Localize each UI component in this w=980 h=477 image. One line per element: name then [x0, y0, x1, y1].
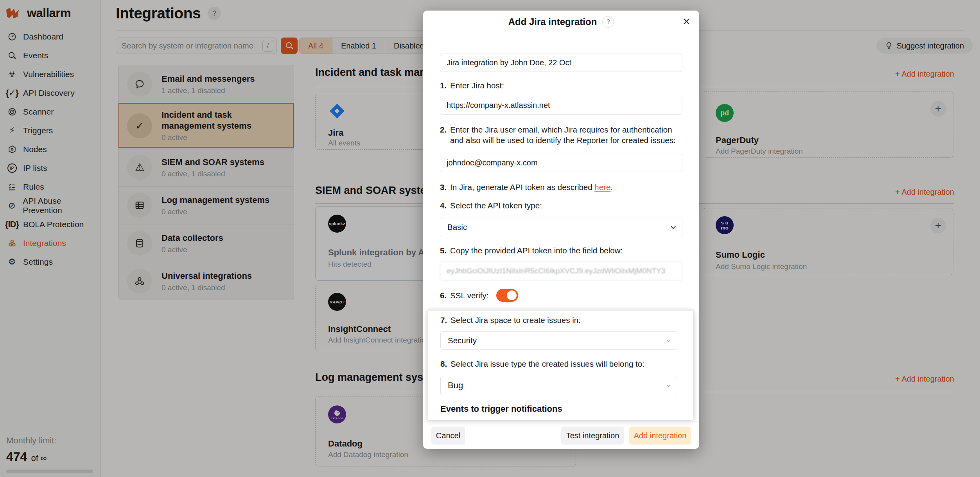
integration-name-input[interactable]	[440, 54, 682, 72]
step2-label: 2. Enter the Jira user email, which Jira…	[440, 124, 686, 145]
chevron-down-icon	[667, 383, 671, 387]
ssl-verify-row: 6. SSL verify:	[440, 289, 518, 302]
modal-header: Add Jira integration ?	[423, 11, 699, 33]
here-link[interactable]: here	[594, 183, 610, 192]
step7-label: 7. Select Jira space to create issues in…	[440, 315, 679, 325]
api-token-type-select[interactable]: Basic	[440, 217, 682, 237]
chevron-down-icon	[671, 224, 676, 229]
modal-footer: Cancel Test integration Add integration	[423, 421, 699, 449]
chevron-down-icon	[667, 338, 671, 342]
events-heading: Events to trigger notifications	[440, 404, 562, 414]
step5-label: 5. Copy the provided API token into the …	[440, 245, 686, 256]
add-jira-integration-modal: Add Jira integration ? ✕ 1. Enter Jira h…	[423, 11, 699, 449]
ssl-verify-toggle[interactable]	[496, 289, 518, 302]
modal-help-icon[interactable]: ?	[602, 16, 614, 28]
api-token-input[interactable]	[440, 261, 682, 281]
step4-label: 4. Select the API token type:	[440, 200, 686, 211]
add-integration-button[interactable]: Add integration	[629, 427, 691, 445]
jira-email-input[interactable]	[440, 154, 682, 172]
toggle-knob	[507, 291, 517, 300]
step3-label: 3. In Jira, generate API token as descri…	[440, 182, 686, 192]
close-icon[interactable]: ✕	[682, 17, 691, 27]
jira-issue-type-select[interactable]: Bug	[440, 376, 677, 395]
jira-host-input[interactable]	[440, 96, 682, 115]
test-integration-button[interactable]: Test integration	[561, 427, 624, 445]
step8-label: 8. Select Jira issue type the created is…	[440, 359, 679, 369]
jira-space-select[interactable]: Security	[440, 331, 677, 350]
modal-title: Add Jira integration	[508, 16, 597, 27]
cancel-button[interactable]: Cancel	[431, 427, 465, 445]
step1-label: 1. Enter Jira host:	[440, 80, 686, 91]
modal-scroll-panel: 7. Select Jira space to create issues in…	[427, 310, 693, 420]
